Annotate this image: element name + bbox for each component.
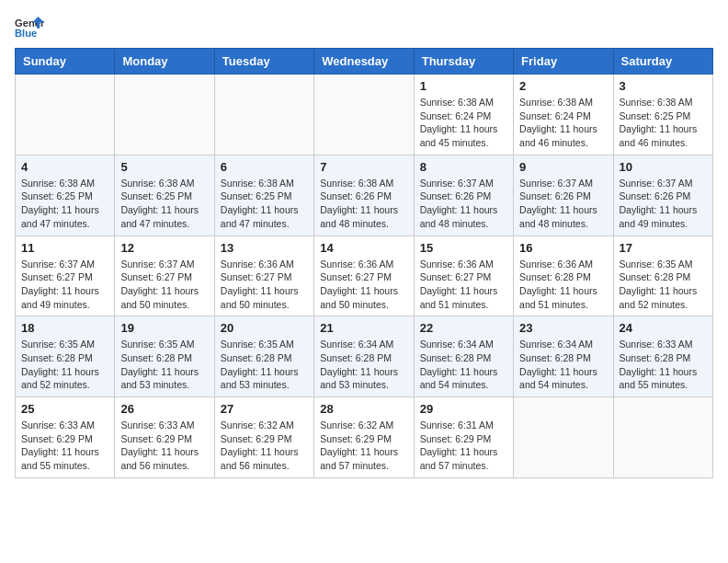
day-number: 3 (620, 79, 707, 93)
day-number: 1 (420, 79, 507, 93)
day-header-friday: Friday (514, 49, 613, 75)
calendar-cell: 24Sunrise: 6:33 AMSunset: 6:28 PMDayligh… (613, 316, 712, 397)
calendar-cell: 15Sunrise: 6:36 AMSunset: 6:27 PMDayligh… (414, 236, 513, 316)
calendar-cell: 10Sunrise: 6:37 AMSunset: 6:26 PMDayligh… (613, 155, 712, 236)
calendar-cell: 21Sunrise: 6:34 AMSunset: 6:28 PMDayligh… (314, 316, 414, 397)
day-number: 19 (120, 321, 208, 335)
calendar-cell: 13Sunrise: 6:36 AMSunset: 6:27 PMDayligh… (214, 236, 313, 316)
day-number: 7 (320, 160, 407, 174)
day-number: 9 (519, 160, 607, 174)
calendar-cell: 5Sunrise: 6:38 AMSunset: 6:25 PMDaylight… (115, 155, 214, 236)
day-info: Sunrise: 6:35 AMSunset: 6:28 PMDaylight:… (620, 258, 707, 312)
day-info: Sunrise: 6:35 AMSunset: 6:28 PMDaylight:… (221, 338, 308, 392)
day-number: 8 (420, 160, 507, 174)
calendar-cell: 28Sunrise: 6:32 AMSunset: 6:29 PMDayligh… (314, 397, 414, 478)
day-info: Sunrise: 6:33 AMSunset: 6:28 PMDaylight:… (620, 338, 707, 392)
calendar-cell: 29Sunrise: 6:31 AMSunset: 6:29 PMDayligh… (414, 397, 513, 478)
day-number: 10 (620, 160, 707, 174)
day-number: 21 (320, 321, 407, 335)
calendar-cell: 18Sunrise: 6:35 AMSunset: 6:28 PMDayligh… (16, 316, 115, 397)
day-info: Sunrise: 6:37 AMSunset: 6:26 PMDaylight:… (420, 177, 507, 231)
calendar-cell: 27Sunrise: 6:32 AMSunset: 6:29 PMDayligh… (214, 397, 313, 478)
day-number: 11 (21, 241, 108, 255)
day-info: Sunrise: 6:33 AMSunset: 6:29 PMDaylight:… (21, 419, 108, 473)
header: General Blue (15, 15, 713, 40)
day-info: Sunrise: 6:38 AMSunset: 6:25 PMDaylight:… (120, 177, 208, 231)
day-number: 22 (420, 321, 507, 335)
day-number: 6 (221, 160, 308, 174)
day-header-tuesday: Tuesday (214, 49, 313, 75)
day-number: 12 (120, 241, 208, 255)
day-info: Sunrise: 6:37 AMSunset: 6:27 PMDaylight:… (120, 258, 208, 312)
day-number: 24 (620, 321, 707, 335)
day-info: Sunrise: 6:37 AMSunset: 6:26 PMDaylight:… (519, 177, 607, 231)
week-row-1: 1Sunrise: 6:38 AMSunset: 6:24 PMDaylight… (16, 75, 713, 155)
day-info: Sunrise: 6:37 AMSunset: 6:26 PMDaylight:… (620, 177, 707, 231)
day-number: 20 (221, 321, 308, 335)
day-info: Sunrise: 6:36 AMSunset: 6:27 PMDaylight:… (420, 258, 507, 312)
calendar-cell: 19Sunrise: 6:35 AMSunset: 6:28 PMDayligh… (115, 316, 214, 397)
day-header-thursday: Thursday (414, 49, 513, 75)
week-row-2: 4Sunrise: 6:38 AMSunset: 6:25 PMDaylight… (16, 155, 713, 236)
calendar: SundayMondayTuesdayWednesdayThursdayFrid… (15, 48, 713, 478)
calendar-cell: 22Sunrise: 6:34 AMSunset: 6:28 PMDayligh… (414, 316, 513, 397)
week-row-5: 25Sunrise: 6:33 AMSunset: 6:29 PMDayligh… (16, 397, 713, 478)
day-number: 17 (620, 241, 707, 255)
day-number: 29 (420, 402, 507, 416)
week-row-4: 18Sunrise: 6:35 AMSunset: 6:28 PMDayligh… (16, 316, 713, 397)
logo: General Blue (15, 15, 44, 40)
day-number: 4 (21, 160, 108, 174)
calendar-cell (613, 397, 712, 478)
svg-text:Blue: Blue (15, 28, 37, 39)
day-number: 28 (320, 402, 407, 416)
day-info: Sunrise: 6:36 AMSunset: 6:28 PMDaylight:… (519, 258, 607, 312)
day-info: Sunrise: 6:38 AMSunset: 6:25 PMDaylight:… (620, 96, 707, 150)
day-info: Sunrise: 6:35 AMSunset: 6:28 PMDaylight:… (120, 338, 208, 392)
day-info: Sunrise: 6:38 AMSunset: 6:24 PMDaylight:… (519, 96, 607, 150)
calendar-cell: 8Sunrise: 6:37 AMSunset: 6:26 PMDaylight… (414, 155, 513, 236)
calendar-cell: 20Sunrise: 6:35 AMSunset: 6:28 PMDayligh… (214, 316, 313, 397)
day-header-monday: Monday (115, 49, 214, 75)
day-number: 26 (120, 402, 208, 416)
day-info: Sunrise: 6:32 AMSunset: 6:29 PMDaylight:… (221, 419, 308, 473)
day-number: 18 (21, 321, 108, 335)
calendar-cell: 1Sunrise: 6:38 AMSunset: 6:24 PMDaylight… (414, 75, 513, 155)
day-info: Sunrise: 6:38 AMSunset: 6:26 PMDaylight:… (320, 177, 407, 231)
calendar-cell: 17Sunrise: 6:35 AMSunset: 6:28 PMDayligh… (613, 236, 712, 316)
calendar-cell (16, 75, 115, 155)
day-header-sunday: Sunday (16, 49, 115, 75)
day-header-saturday: Saturday (613, 49, 712, 75)
day-info: Sunrise: 6:35 AMSunset: 6:28 PMDaylight:… (21, 338, 108, 392)
calendar-cell: 7Sunrise: 6:38 AMSunset: 6:26 PMDaylight… (314, 155, 414, 236)
day-number: 14 (320, 241, 407, 255)
calendar-cell: 12Sunrise: 6:37 AMSunset: 6:27 PMDayligh… (115, 236, 214, 316)
calendar-cell (314, 75, 414, 155)
day-number: 15 (420, 241, 507, 255)
day-number: 25 (21, 402, 108, 416)
day-info: Sunrise: 6:32 AMSunset: 6:29 PMDaylight:… (320, 419, 407, 473)
calendar-cell: 3Sunrise: 6:38 AMSunset: 6:25 PMDaylight… (613, 75, 712, 155)
calendar-cell: 23Sunrise: 6:34 AMSunset: 6:28 PMDayligh… (514, 316, 613, 397)
calendar-cell (214, 75, 313, 155)
calendar-cell: 6Sunrise: 6:38 AMSunset: 6:25 PMDaylight… (214, 155, 313, 236)
day-header-wednesday: Wednesday (314, 49, 414, 75)
days-header-row: SundayMondayTuesdayWednesdayThursdayFrid… (16, 49, 713, 75)
day-info: Sunrise: 6:33 AMSunset: 6:29 PMDaylight:… (120, 419, 208, 473)
day-info: Sunrise: 6:34 AMSunset: 6:28 PMDaylight:… (519, 338, 607, 392)
day-info: Sunrise: 6:34 AMSunset: 6:28 PMDaylight:… (420, 338, 507, 392)
calendar-cell: 2Sunrise: 6:38 AMSunset: 6:24 PMDaylight… (514, 75, 613, 155)
day-info: Sunrise: 6:38 AMSunset: 6:25 PMDaylight:… (21, 177, 108, 231)
calendar-cell (514, 397, 613, 478)
logo-icon: General Blue (15, 15, 44, 40)
day-info: Sunrise: 6:36 AMSunset: 6:27 PMDaylight:… (320, 258, 407, 312)
calendar-cell: 25Sunrise: 6:33 AMSunset: 6:29 PMDayligh… (16, 397, 115, 478)
calendar-cell: 16Sunrise: 6:36 AMSunset: 6:28 PMDayligh… (514, 236, 613, 316)
day-number: 23 (519, 321, 607, 335)
calendar-cell: 26Sunrise: 6:33 AMSunset: 6:29 PMDayligh… (115, 397, 214, 478)
calendar-cell (115, 75, 214, 155)
calendar-cell: 11Sunrise: 6:37 AMSunset: 6:27 PMDayligh… (16, 236, 115, 316)
day-info: Sunrise: 6:38 AMSunset: 6:24 PMDaylight:… (420, 96, 507, 150)
calendar-cell: 9Sunrise: 6:37 AMSunset: 6:26 PMDaylight… (514, 155, 613, 236)
day-info: Sunrise: 6:37 AMSunset: 6:27 PMDaylight:… (21, 258, 108, 312)
day-number: 5 (120, 160, 208, 174)
